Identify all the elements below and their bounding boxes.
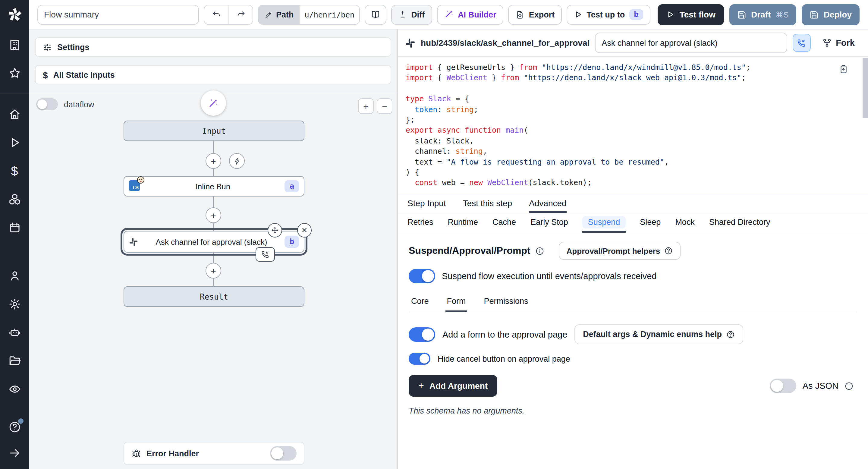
zoom-in-button[interactable]: + <box>358 98 374 114</box>
code-line: channel: string, <box>406 146 844 157</box>
add-trigger-bolt-button[interactable] <box>229 153 245 169</box>
help-icon[interactable] <box>8 421 21 433</box>
step-name-input[interactable] <box>595 33 787 53</box>
workspace-icon[interactable] <box>8 39 21 51</box>
empty-schema-message: This schema has no arguments. <box>409 406 857 415</box>
inner-tab-form[interactable]: Form <box>446 293 467 312</box>
zoom-out-button[interactable]: − <box>377 98 393 114</box>
sliders-icon <box>43 42 52 52</box>
copy-code-icon[interactable] <box>838 64 849 74</box>
variables-dollar-icon[interactable]: $ <box>8 164 21 177</box>
inner-tab-core[interactable]: Core <box>410 293 430 312</box>
resources-boxes-icon[interactable] <box>8 193 21 206</box>
path-label: Path <box>276 10 294 19</box>
test-up-to-button[interactable]: Test up to b <box>567 4 650 24</box>
export-button[interactable]: Export <box>508 4 562 24</box>
subtab-mock[interactable]: Mock <box>675 213 695 233</box>
suspend-toggle-label: Suspend flow execution until events/appr… <box>442 271 657 281</box>
add-step-button-3[interactable]: + <box>206 263 221 279</box>
add-step-button-2[interactable]: + <box>206 207 221 223</box>
deploy-group: Test flow Draft ⌘S Deploy <box>658 4 860 25</box>
plus-icon: + <box>418 380 424 391</box>
diff-plus-minus-icon <box>398 10 407 19</box>
approval-prompt-helpers-button[interactable]: Approval/Prompt helpers <box>559 242 681 260</box>
subtab-suspend[interactable]: Suspend <box>583 213 626 233</box>
dataflow-toggle[interactable] <box>36 98 58 110</box>
flow-node-input[interactable]: Input <box>124 121 304 141</box>
delete-step-button[interactable]: ✕ <box>297 223 312 238</box>
suspend-flow-toggle[interactable] <box>409 269 435 283</box>
audit-eye-icon[interactable] <box>8 383 21 396</box>
subtab-sleep[interactable]: Sleep <box>640 213 661 233</box>
error-handler-toggle[interactable] <box>270 446 297 461</box>
windmill-logo-icon[interactable] <box>0 0 29 29</box>
inner-tab-permissions[interactable]: Permissions <box>483 293 530 312</box>
draft-button[interactable]: Draft ⌘S <box>730 4 797 25</box>
as-json-toggle[interactable] <box>770 379 797 393</box>
settings-label: Settings <box>57 42 90 52</box>
tab-advanced[interactable]: Advanced <box>529 195 567 213</box>
info-icon[interactable] <box>535 246 544 255</box>
hide-cancel-toggle[interactable] <box>409 353 430 365</box>
code-line: import { WebClient } from "https://deno.… <box>406 73 844 83</box>
diff-button[interactable]: Diff <box>391 4 432 24</box>
settings-gear-icon[interactable] <box>8 298 21 310</box>
expand-sidebar-arrow-icon[interactable] <box>8 447 21 459</box>
tab-test-this-step[interactable]: Test this step <box>463 195 512 213</box>
node-label: Ask channel for approval (slack) <box>138 237 285 246</box>
folders-icon[interactable] <box>8 354 21 367</box>
suspend-phone-indicator-button[interactable] <box>792 34 810 52</box>
suspend-inner-tabs: Core Form Permissions <box>409 293 857 312</box>
step-detail-panel: hub/2439/slack/ask_channel_for_approval … <box>398 30 868 469</box>
ai-builder-button[interactable]: AI Builder <box>437 4 504 24</box>
subtab-early-stop[interactable]: Early Stop <box>530 213 568 233</box>
subtab-shared-directory[interactable]: Shared Directory <box>709 213 770 233</box>
redo-button[interactable] <box>228 5 253 24</box>
add-argument-button[interactable]: + Add Argument <box>409 375 497 397</box>
flow-node-inline-bun[interactable]: TS Inline Bun a <box>124 176 304 196</box>
path-button[interactable]: Path u/henri/ben <box>258 4 360 24</box>
users-icon[interactable] <box>8 270 21 282</box>
undo-button[interactable] <box>204 5 228 24</box>
code-line: ) { <box>406 167 844 178</box>
save-icon <box>737 10 746 19</box>
pencil-icon <box>265 10 273 19</box>
add-step-button-1[interactable]: + <box>206 153 221 169</box>
step-id-badge-b: b <box>285 236 299 248</box>
flow-node-result[interactable]: Result <box>124 286 304 307</box>
subtab-retries[interactable]: Retries <box>407 213 433 233</box>
test-flow-button[interactable]: Test flow <box>658 4 724 25</box>
fork-button[interactable]: Fork <box>822 38 855 48</box>
subtab-cache[interactable]: Cache <box>493 213 516 233</box>
help-circle-icon <box>664 247 673 255</box>
docs-book-button[interactable] <box>365 4 386 24</box>
code-editor[interactable]: import { getResumeUrls } from "https://d… <box>398 57 868 195</box>
favorites-star-icon[interactable] <box>8 67 21 80</box>
code-line <box>406 83 844 94</box>
code-line: slack: Slack, <box>406 136 844 146</box>
default-args-help-button[interactable]: Default args & Dynamic enums help <box>575 324 744 344</box>
schedules-calendar-icon[interactable] <box>8 221 21 234</box>
info-icon[interactable] <box>844 381 854 390</box>
runs-play-icon[interactable] <box>8 136 21 149</box>
tab-step-input[interactable]: Step Input <box>407 195 446 213</box>
flow-settings-row[interactable]: Settings <box>35 37 391 57</box>
all-static-inputs-row[interactable]: $ All Static Inputs <box>35 65 391 84</box>
move-step-button[interactable] <box>268 223 282 238</box>
home-icon[interactable] <box>8 108 21 121</box>
error-handler-label: Error Handler <box>147 449 265 458</box>
subtab-runtime[interactable]: Runtime <box>448 213 478 233</box>
ai-flow-wand-button[interactable] <box>201 90 226 116</box>
flow-summary-input[interactable] <box>37 4 199 24</box>
add-form-toggle[interactable] <box>409 327 435 342</box>
undo-redo-group <box>204 4 253 24</box>
code-line: }; <box>406 115 844 125</box>
code-scrollbar-thumb[interactable] <box>863 58 868 118</box>
deploy-button[interactable]: Deploy <box>802 4 860 25</box>
git-fork-icon <box>822 38 832 48</box>
slack-icon <box>129 237 138 246</box>
workers-robot-icon[interactable] <box>8 326 21 339</box>
magic-wand-icon <box>444 9 454 20</box>
help-notification-dot <box>18 418 23 424</box>
close-icon: ✕ <box>301 227 307 234</box>
